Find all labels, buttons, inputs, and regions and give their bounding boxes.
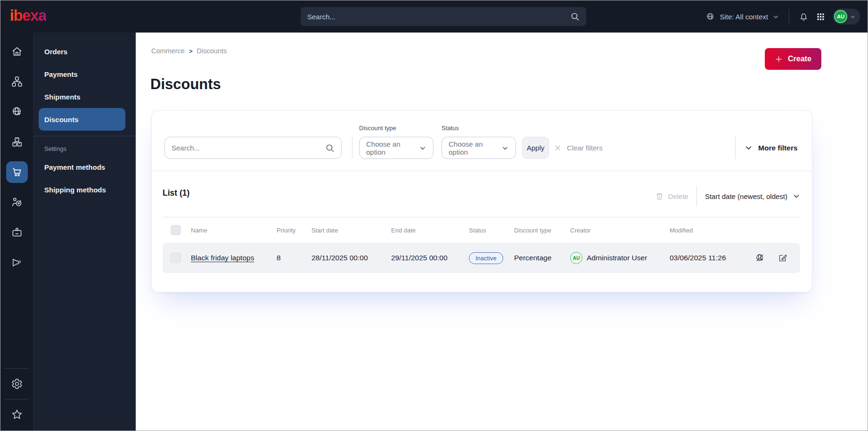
rail-bookmarks-icon[interactable] (0, 399, 33, 430)
rail-personalization-icon[interactable] (0, 187, 33, 217)
menu-item-label: Shipments (44, 93, 81, 101)
column-header-creator: Creator (570, 227, 670, 234)
page-title: Discounts (150, 76, 221, 93)
menu-item-shipments[interactable]: Shipments (34, 85, 136, 108)
rail-home-icon[interactable] (0, 36, 33, 66)
status-badge: Inactive (469, 252, 503, 264)
rail-settings-icon[interactable] (0, 369, 33, 399)
table-row: Black friday laptops 8 28/11/2025 00:00 … (163, 243, 800, 273)
column-header-status: Status (469, 227, 514, 234)
menu-group-settings: Settings (34, 145, 136, 152)
rail-site-icon[interactable] (0, 97, 33, 127)
menu-item-label: Payment methods (44, 163, 105, 171)
more-filters-toggle[interactable]: More filters (745, 137, 798, 159)
rail-campaigns-icon[interactable] (0, 248, 33, 278)
edit-icon[interactable] (778, 253, 788, 263)
rail-products-icon[interactable] (0, 127, 33, 157)
apply-button[interactable]: Apply (522, 137, 549, 159)
menu-divider (34, 136, 136, 136)
filter-divider (352, 137, 352, 159)
menu-item-label: Orders (44, 48, 67, 56)
clear-filters-button[interactable]: Clear filters (554, 137, 603, 159)
cell-end-date: 29/11/2025 00:00 (391, 254, 469, 262)
trash-icon (655, 192, 664, 201)
table-header: Name Priority Start date End date Status… (163, 217, 800, 243)
menu-item-label: Payments (44, 70, 78, 78)
user-menu[interactable]: AU (833, 8, 860, 25)
list-section: List (1) Delete Start date (newest, olde… (152, 171, 812, 292)
clear-filters-label: Clear filters (567, 144, 603, 152)
app-grid-icon[interactable] (816, 12, 825, 21)
plus-icon (775, 55, 783, 63)
site-context-label: Site: All context (720, 13, 768, 21)
filter-search-input[interactable] (172, 144, 325, 152)
cell-priority: 8 (277, 254, 311, 262)
search-icon (570, 12, 580, 21)
preview-disabled-icon[interactable] (755, 253, 765, 263)
notifications-bell-icon[interactable] (799, 12, 809, 22)
search-icon (325, 143, 335, 153)
select-all-checkbox[interactable] (171, 225, 181, 235)
chevron-down-icon (772, 13, 779, 20)
chevron-down-icon (745, 144, 753, 152)
rail-commerce-icon[interactable] (0, 157, 33, 187)
status-label: Status (442, 124, 459, 132)
menu-item-orders[interactable]: Orders (34, 40, 136, 63)
menu-item-label: Shipping methods (44, 186, 106, 194)
list-tools: Delete Start date (newest, oldest) (655, 185, 800, 207)
create-button-label: Create (788, 55, 811, 63)
breadcrumb: Commerce > Discounts (151, 47, 227, 55)
list-title: List (1) (163, 188, 189, 198)
cell-modified: 03/06/2025 11:26 (670, 254, 743, 262)
commerce-menu-panel: Orders Payments Shipments Discounts Sett… (33, 33, 136, 431)
column-header-name: Name (191, 227, 277, 234)
main-content: Commerce > Discounts Create Discounts (136, 33, 868, 431)
chevron-down-icon (793, 192, 800, 200)
chevron-down-icon (850, 14, 856, 20)
breadcrumb-discounts[interactable]: Discounts (197, 47, 227, 55)
delete-button-label: Delete (668, 192, 688, 200)
site-globe-icon (705, 12, 715, 22)
menu-item-payment-methods[interactable]: Payment methods (34, 156, 136, 178)
column-header-discount-type: Discount type (514, 227, 570, 234)
status-dropdown[interactable]: Choose an option (442, 137, 516, 159)
filter-search[interactable] (164, 137, 342, 159)
menu-item-shipping-methods[interactable]: Shipping methods (34, 178, 136, 201)
create-button[interactable]: Create (765, 48, 821, 70)
chevron-down-icon (419, 144, 426, 152)
cell-discount-type: Percentage (514, 254, 570, 262)
more-filters-label: More filters (758, 144, 798, 152)
status-value: Choose an option (449, 140, 501, 156)
rail-corporate-icon[interactable] (0, 217, 33, 248)
user-avatar: AU (834, 10, 847, 23)
rail-content-tree-icon[interactable] (0, 66, 33, 97)
cell-creator: AU Administrator User (570, 252, 670, 264)
discount-name-link[interactable]: Black friday laptops (191, 254, 254, 262)
sort-dropdown[interactable]: Start date (newest, oldest) (705, 192, 800, 200)
breadcrumb-separator: > (189, 48, 193, 55)
column-header-start-date: Start date (311, 227, 391, 234)
discount-type-label: Discount type (359, 124, 396, 132)
filter-divider (735, 137, 736, 159)
global-search[interactable] (301, 7, 586, 26)
column-header-priority: Priority (277, 227, 311, 234)
delete-button[interactable]: Delete (655, 192, 688, 201)
global-search-input[interactable] (307, 13, 570, 21)
filter-bar: Discount type Choose an option Status Ch… (152, 111, 812, 171)
topbar-divider (789, 9, 789, 24)
row-actions (743, 253, 800, 263)
menu-item-payments[interactable]: Payments (34, 63, 136, 85)
discounts-card: Discount type Choose an option Status Ch… (151, 110, 812, 292)
browser-frame: ibexa Site: All context (0, 0, 868, 431)
discount-type-dropdown[interactable]: Choose an option (359, 137, 434, 159)
breadcrumb-commerce[interactable]: Commerce (151, 47, 185, 55)
chevron-down-icon (501, 144, 509, 152)
menu-item-label: Discounts (44, 116, 79, 124)
row-checkbox[interactable] (171, 253, 181, 263)
ibexa-logo: ibexa (10, 7, 46, 25)
active-rail-highlight (6, 161, 28, 183)
site-context-selector[interactable]: Site: All context (705, 12, 779, 22)
discount-type-value: Choose an option (366, 140, 419, 156)
menu-item-discounts[interactable]: Discounts (39, 108, 125, 131)
x-icon (554, 144, 562, 152)
